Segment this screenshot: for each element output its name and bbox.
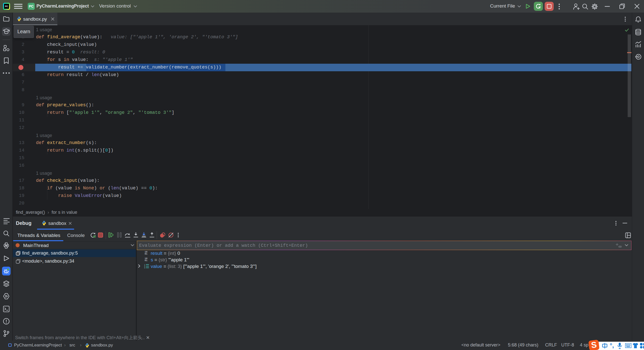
svg-text:3: 3 (144, 267, 145, 268)
